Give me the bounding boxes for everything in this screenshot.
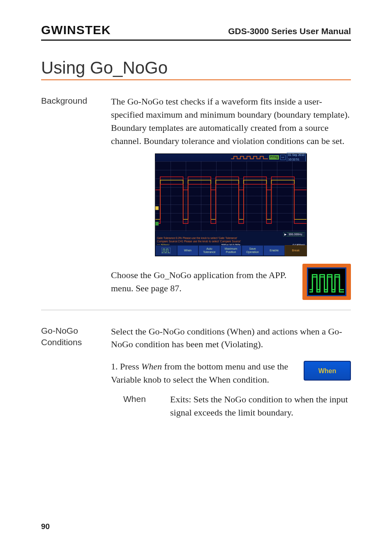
scope-freq: ▶ 999.999Hz xyxy=(283,232,305,237)
page-title: Using Go_NoGo xyxy=(41,58,351,80)
background-body: The Go-NoGo test checks if a waveform fi… xyxy=(111,95,351,300)
scope-waveform xyxy=(155,161,307,231)
oscilloscope-screenshot: PrTrig ▭ 01 Sep 201010:32:51 ▶ 999 xyxy=(111,153,351,256)
scope-top-bar: PrTrig ▭ 01 Sep 201010:32:51 xyxy=(155,154,307,161)
when-def-body: Exits: Sets the NoGo condition to when t… xyxy=(170,393,351,419)
conditions-label: Go-NoGo Conditions xyxy=(41,325,111,419)
scope-menu-save-operation[interactable]: Save Operation xyxy=(242,245,263,256)
scope-datetime: 01 Sep 201010:32:51 xyxy=(287,153,306,162)
when-button-label: When xyxy=(318,366,337,376)
background-section: Background The Go-NoGo test checks if a … xyxy=(41,95,351,300)
manual-title: GDS-3000 Series User Manual xyxy=(228,26,351,36)
go-nogo-app-icon-inner xyxy=(307,267,346,296)
scope-hint-2: Compare Source:CH1 Please use the knob t… xyxy=(157,240,305,243)
scope-menu-max-position[interactable]: Maximum Position xyxy=(220,245,242,256)
scope-menu-auto-tolerance[interactable]: Auto Tolerance xyxy=(198,245,220,256)
go-nogo-app-icon[interactable] xyxy=(302,264,351,300)
background-text: The Go-NoGo test checks if a waveform fi… xyxy=(111,95,351,148)
scope-status: ▶ 999.999Hz Gate Tolerance:0.0% Please u… xyxy=(155,231,307,245)
svg-rect-0 xyxy=(155,206,159,210)
brand-logo: GWINSTEK xyxy=(41,23,111,37)
background-label: Background xyxy=(41,95,111,300)
scope-hint-1: Gate Tolerance:0.0% Please use the knob … xyxy=(157,237,305,240)
scope-menu-when[interactable]: When xyxy=(177,245,199,256)
conditions-section: Go-NoGo Conditions Select the Go-NoGo co… xyxy=(41,325,351,419)
choose-text: Choose the Go_NoGo application from the … xyxy=(111,269,295,295)
when-definition-row: When Exits: Sets the NoGo condition to w… xyxy=(111,393,351,419)
scope-bottom-menu: When Auto Tolerance Maximum Position Sav… xyxy=(155,245,307,256)
section-divider xyxy=(41,310,351,310)
conditions-body: Select the Go-NoGo conditions (When) and… xyxy=(111,325,351,419)
when-def-term: When xyxy=(123,393,160,419)
choose-row: Choose the Go_NoGo application from the … xyxy=(111,264,351,300)
scope-menu-break[interactable]: Break xyxy=(285,245,307,256)
step-1-text: 1. Press When from the bottom menu and u… xyxy=(111,360,298,386)
scope-menu-enable[interactable]: Enable xyxy=(263,245,285,256)
trig-badge: PrTrig xyxy=(269,155,279,159)
scope-menu-icon[interactable] xyxy=(155,245,177,256)
svg-rect-1 xyxy=(155,222,159,225)
scope-top-wave-icon xyxy=(231,156,268,160)
scope-readout-right: ▶ 999.999Hz xyxy=(157,232,305,237)
trig-icon: ▭ xyxy=(280,155,286,160)
page-header: GWINSTEK GDS-3000 Series User Manual xyxy=(41,23,351,41)
when-italic: When xyxy=(141,361,162,372)
step-1-row: 1. Press When from the bottom menu and u… xyxy=(111,360,351,386)
when-button[interactable]: When xyxy=(304,361,351,381)
scope-grid xyxy=(155,161,307,231)
page-number: 90 xyxy=(41,522,50,531)
conditions-intro: Select the Go-NoGo conditions (When) and… xyxy=(111,325,351,351)
scope-frame: PrTrig ▭ 01 Sep 201010:32:51 ▶ 999 xyxy=(155,153,307,256)
